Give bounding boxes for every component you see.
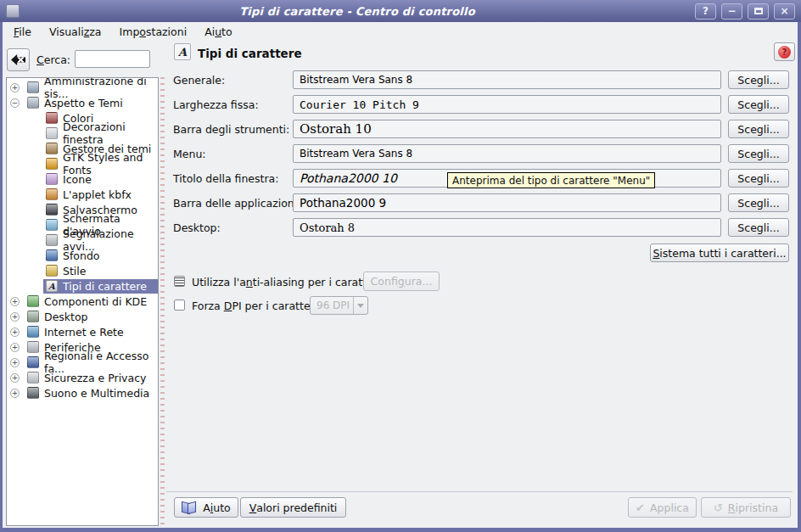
sidebar-item-label: Componenti di KDE bbox=[44, 295, 147, 308]
titlebar[interactable]: Tipi di carattere - Centro di controllo … bbox=[0, 0, 801, 22]
sidebar-item-label: Desktop bbox=[44, 311, 88, 323]
sidebar-item[interactable]: Segnalazione avvi... bbox=[7, 232, 158, 248]
sidebar-item[interactable]: − Aspetto e Temi bbox=[7, 95, 158, 110]
font-settings-list: Generale: Bitstream Vera Sans 8 Scegli..… bbox=[173, 70, 789, 245]
expander-icon[interactable]: + bbox=[10, 389, 20, 398]
expander-icon[interactable]: + bbox=[10, 312, 20, 322]
font-row-label: Titolo della finestra: bbox=[173, 172, 278, 185]
app-icon bbox=[6, 4, 20, 18]
desktop-icon bbox=[27, 311, 39, 322]
sidebar-item[interactable]: + Suono e Multimedia bbox=[7, 385, 158, 400]
sidebar-item[interactable]: + Internet e Rete bbox=[7, 324, 158, 339]
font-preview-tooltip: Anteprima del tipo di carattere "Menu" bbox=[447, 172, 655, 188]
font-row-label: Barra delle applicazioni: bbox=[173, 197, 300, 210]
font-setting-row: Barra degli strumenti: Ostorah 10 Scegli… bbox=[173, 120, 789, 138]
close-button[interactable]: × bbox=[774, 3, 795, 20]
help-question-icon: ? bbox=[778, 46, 791, 59]
fonts-module-icon: A bbox=[174, 43, 191, 60]
font-row-label: Generale: bbox=[173, 74, 225, 87]
reset-button[interactable]: ↺ Ripristina bbox=[701, 497, 791, 518]
choose-font-button[interactable]: Scegli... bbox=[728, 95, 789, 114]
sidebar-item-label: Sfondo bbox=[63, 249, 100, 262]
force-dpi-checkbox[interactable] bbox=[174, 300, 185, 311]
search-input[interactable] bbox=[75, 50, 150, 68]
whats-this-button[interactable]: ? bbox=[774, 42, 795, 61]
footer-separator bbox=[166, 491, 793, 492]
launch-feedback-icon bbox=[46, 234, 58, 246]
sound-multimedia-icon bbox=[27, 387, 39, 399]
dpi-dropdown-arrow-box bbox=[353, 297, 367, 314]
internet-network-icon bbox=[27, 326, 39, 338]
font-preview-field: Pothana2000 9 bbox=[293, 193, 721, 212]
sidebar-item[interactable]: + Desktop bbox=[7, 309, 158, 324]
font-preview-field: Courier 10 Pitch 9 bbox=[293, 95, 721, 114]
expander-icon[interactable]: + bbox=[10, 83, 20, 92]
icons-icon bbox=[46, 173, 58, 185]
menu-view[interactable]: Visualizza bbox=[42, 24, 109, 40]
sidebar-splitter[interactable] bbox=[160, 77, 165, 526]
chevron-down-icon bbox=[357, 304, 364, 308]
menu-help[interactable]: Aiuto bbox=[197, 24, 240, 40]
style-icon bbox=[46, 265, 58, 277]
gtk-styles-icon bbox=[46, 158, 58, 170]
search-label: Cerca: bbox=[36, 53, 70, 66]
sidebar-item[interactable]: + Sicurezza e Privacy bbox=[7, 370, 158, 385]
kbfx-applet-icon bbox=[46, 188, 58, 200]
security-privacy-icon bbox=[27, 372, 39, 384]
maximize-button[interactable] bbox=[748, 3, 769, 20]
expander-icon[interactable]: + bbox=[10, 358, 20, 367]
book-icon bbox=[182, 501, 197, 513]
sidebar-item[interactable]: L'applet kbfx bbox=[7, 187, 158, 202]
expander-icon[interactable]: + bbox=[10, 373, 20, 383]
expander-icon[interactable]: − bbox=[10, 98, 20, 108]
page-title: Tipi di carattere bbox=[198, 47, 302, 60]
defaults-button[interactable]: Valori predefiniti bbox=[240, 497, 346, 518]
expander-icon[interactable]: + bbox=[10, 343, 20, 352]
menu-file[interactable]: File bbox=[6, 24, 39, 40]
choose-font-button[interactable]: Scegli... bbox=[728, 120, 789, 138]
choose-font-button[interactable]: Scegli... bbox=[728, 169, 789, 188]
system-administration-icon bbox=[27, 81, 39, 93]
reset-button-label: Ripristina bbox=[728, 501, 778, 514]
apply-button[interactable]: ✔ Applica bbox=[628, 497, 697, 518]
choose-font-button[interactable]: Scegli... bbox=[728, 193, 789, 212]
sidebar-item[interactable]: Icone bbox=[7, 171, 158, 187]
antialias-checkbox[interactable] bbox=[174, 276, 185, 287]
sidebar-item[interactable]: + Amministrazione di sis... bbox=[7, 80, 158, 95]
choose-font-button[interactable]: Scegli... bbox=[728, 144, 789, 163]
dpi-dropdown[interactable]: 96 DPI bbox=[310, 296, 368, 315]
window-title: Tipi di carattere - Centro di controllo bbox=[20, 5, 695, 18]
sidebar-tree: + Amministrazione di sis... − Aspetto e … bbox=[6, 77, 159, 526]
force-dpi-label: Forza DPI per i caratteri bbox=[192, 300, 317, 312]
help-button[interactable]: Aiuto bbox=[174, 497, 238, 518]
font-setting-row: Generale: Bitstream Vera Sans 8 Scegli..… bbox=[173, 70, 789, 89]
expander-icon[interactable]: + bbox=[10, 328, 20, 337]
sidebar-item-label: Stile bbox=[63, 265, 86, 277]
sidebar-item[interactable]: A Tipi di carattere bbox=[7, 278, 158, 294]
clear-search-button[interactable] bbox=[7, 48, 30, 71]
adjust-all-fonts-button[interactable]: Sistema tutti i caratteri... bbox=[650, 244, 789, 262]
help-button-label: Aiuto bbox=[203, 501, 231, 514]
clear-search-icon bbox=[11, 54, 25, 65]
kde-components-icon bbox=[27, 295, 39, 307]
sidebar-item[interactable]: Sfondo bbox=[7, 248, 158, 263]
sidebar-item[interactable]: Stile bbox=[7, 263, 158, 278]
sidebar-item[interactable]: + Componenti di KDE bbox=[7, 294, 158, 309]
sidebar-item[interactable]: GTK Styles and Fonts bbox=[7, 156, 158, 171]
sidebar-item[interactable]: Decorazioni finestra bbox=[7, 126, 158, 141]
font-setting-row: Menu: Bitstream Vera Sans 8 Scegli... bbox=[173, 144, 789, 163]
regional-accessibility-icon bbox=[27, 356, 39, 368]
choose-font-button[interactable]: Scegli... bbox=[728, 70, 789, 89]
titlebar-help-button[interactable]: ? bbox=[695, 3, 716, 20]
font-preview-field: Ostorah 8 bbox=[293, 218, 721, 237]
choose-font-button[interactable]: Scegli... bbox=[728, 218, 789, 237]
expander-icon[interactable]: + bbox=[10, 297, 20, 306]
minimize-button[interactable]: − bbox=[721, 3, 742, 20]
menu-settings[interactable]: Impostazioni bbox=[112, 24, 195, 40]
sidebar-item[interactable]: + Regionali e Accesso fa... bbox=[7, 355, 158, 370]
configure-antialias-button[interactable]: Configura... bbox=[363, 272, 440, 291]
font-row-label: Larghezza fissa: bbox=[173, 98, 259, 111]
maximize-icon bbox=[754, 8, 763, 14]
font-row-label: Menu: bbox=[173, 148, 206, 160]
appearance-themes-icon bbox=[27, 97, 39, 109]
